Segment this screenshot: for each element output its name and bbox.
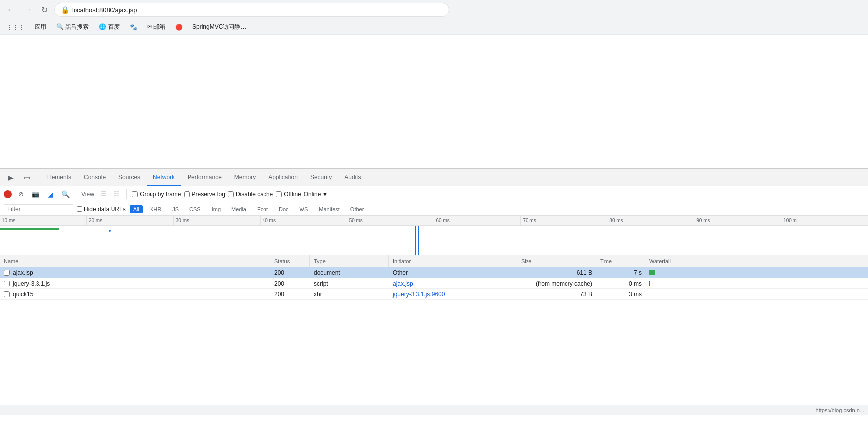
- tick-60ms: 60 ms: [434, 216, 521, 225]
- td-initiator-0: Other: [389, 267, 517, 278]
- online-select[interactable]: Online ▼: [304, 191, 328, 198]
- tick-40ms: 40 ms: [261, 216, 347, 225]
- waterfall-blue-1: [649, 281, 650, 286]
- tick-90ms: 90 ms: [694, 216, 781, 225]
- th-type[interactable]: Type: [310, 255, 389, 267]
- bookmark-yingyong[interactable]: 应用: [32, 22, 49, 32]
- td-size-1: (from memory cache): [517, 278, 596, 288]
- timeline-blue-dot: [109, 230, 111, 232]
- record-button[interactable]: [4, 190, 12, 198]
- offline-input[interactable]: [276, 191, 282, 197]
- tab-performance[interactable]: Performance: [182, 169, 227, 186]
- status-url: https://blog.csdn.n...: [816, 407, 864, 413]
- filter-type-js[interactable]: JS: [169, 205, 182, 213]
- reload-button[interactable]: ↻: [38, 3, 51, 17]
- view-grid-button[interactable]: ☷: [112, 189, 121, 199]
- timeline-vertical-red: [415, 226, 416, 255]
- filter-type-ws[interactable]: WS: [296, 205, 312, 213]
- td-initiator-1[interactable]: ajax.jsp: [389, 278, 517, 288]
- bookmark-springmvc[interactable]: SpringMVC访问静…: [189, 22, 249, 32]
- timeline-vertical-blue: [418, 226, 419, 255]
- table-row[interactable]: ajax.jsp 200 document Other 611 B 7 s: [0, 267, 868, 278]
- filter-type-other[interactable]: Other: [347, 205, 368, 213]
- preserve-log-checkbox[interactable]: Preserve log: [184, 191, 225, 198]
- td-type-0: document: [310, 267, 389, 278]
- td-type-1: script: [310, 278, 389, 288]
- tab-sources[interactable]: Sources: [113, 169, 146, 186]
- bookmark-label: 🌐 百度: [99, 23, 119, 31]
- waterfall-bar-0: [649, 267, 655, 278]
- apps-icon: ⋮⋮⋮: [7, 24, 25, 31]
- preserve-log-input[interactable]: [184, 191, 190, 197]
- td-status-1: 200: [270, 278, 310, 288]
- camera-button[interactable]: 📷: [30, 188, 41, 200]
- th-initiator[interactable]: Initiator: [389, 255, 517, 267]
- tab-security[interactable]: Security: [304, 169, 338, 186]
- td-initiator-2[interactable]: jquery-3.3.1.js:9600: [389, 289, 517, 299]
- page-content: [0, 35, 868, 168]
- filter-type-manifest[interactable]: Manifest: [315, 205, 343, 213]
- th-time[interactable]: Time: [596, 255, 645, 267]
- filter-type-media[interactable]: Media: [228, 205, 250, 213]
- table-row[interactable]: jquery-3.3.1.js 200 script ajax.jsp (fro…: [0, 278, 868, 289]
- row-checkbox-1[interactable]: [4, 281, 10, 286]
- filter-button[interactable]: ◢: [44, 188, 56, 200]
- table-row[interactable]: quick15 200 xhr jquery-3.3.1.js:9600 73 …: [0, 289, 868, 300]
- toolbar-separator-1: [76, 189, 76, 199]
- device-toolbar-button[interactable]: ▭: [20, 171, 34, 184]
- filter-type-all[interactable]: All: [130, 205, 143, 213]
- bookmark-label: 🔴: [175, 24, 183, 31]
- tab-network[interactable]: Network: [147, 169, 181, 186]
- forward-button[interactable]: →: [21, 3, 35, 17]
- tab-console[interactable]: Console: [78, 169, 112, 186]
- bookmark-baidu[interactable]: 🌐 百度: [96, 22, 122, 32]
- filter-type-doc[interactable]: Doc: [275, 205, 292, 213]
- back-button[interactable]: ←: [4, 3, 18, 17]
- td-name-2: quick15: [0, 289, 270, 299]
- hide-data-urls-checkbox[interactable]: Hide data URLs: [77, 206, 126, 213]
- bookmark-heimasousuo[interactable]: 🔍 黑马搜索: [53, 22, 92, 32]
- group-by-frame-input[interactable]: [132, 191, 138, 197]
- disable-cache-checkbox[interactable]: Disable cache: [228, 191, 273, 198]
- tab-elements[interactable]: Elements: [40, 169, 77, 186]
- chevron-down-icon: ▼: [322, 191, 328, 198]
- group-by-frame-checkbox[interactable]: Group by frame: [132, 191, 181, 198]
- bookmark-email[interactable]: ✉ 邮箱: [144, 22, 168, 32]
- filter-type-img[interactable]: Img: [208, 205, 224, 213]
- bookmark-paw[interactable]: 🐾: [127, 23, 140, 32]
- filter-input[interactable]: [4, 204, 73, 214]
- td-size-0: 611 B: [517, 267, 596, 278]
- tab-application[interactable]: Application: [263, 169, 303, 186]
- filter-type-css[interactable]: CSS: [186, 205, 204, 213]
- clear-button[interactable]: ⊘: [15, 188, 27, 200]
- view-list-button[interactable]: ☰: [99, 189, 109, 199]
- row-checkbox-2[interactable]: [4, 291, 10, 297]
- tab-audits[interactable]: Audits: [339, 169, 367, 186]
- filter-type-font[interactable]: Font: [254, 205, 271, 213]
- offline-checkbox[interactable]: Offline: [276, 191, 301, 198]
- tick-70ms: 70 ms: [521, 216, 607, 225]
- search-button[interactable]: 🔍: [59, 188, 71, 200]
- td-status-2: 200: [270, 289, 310, 299]
- tab-memory[interactable]: Memory: [228, 169, 262, 186]
- th-name[interactable]: Name: [0, 255, 270, 267]
- filter-type-xhr[interactable]: XHR: [147, 205, 165, 213]
- bookmark-red[interactable]: 🔴: [172, 23, 186, 32]
- waterfall-bar-1: [649, 278, 650, 288]
- bookmark-apps[interactable]: ⋮⋮⋮: [4, 23, 28, 32]
- disable-cache-input[interactable]: [228, 191, 234, 197]
- browser-chrome: ← → ↻ 🔒 localhost:8080/ajax.jsp ⋮⋮⋮ 应用 🔍…: [0, 0, 868, 35]
- url-text: localhost:8080/ajax.jsp: [72, 6, 137, 14]
- th-size[interactable]: Size: [517, 255, 596, 267]
- th-waterfall[interactable]: Waterfall: [645, 255, 724, 267]
- row-checkbox-0[interactable]: [4, 270, 10, 276]
- th-status[interactable]: Status: [270, 255, 310, 267]
- devtools-panel: ▶ ▭ Elements Console Sources Network Per…: [0, 168, 868, 405]
- status-bar: https://blog.csdn.n...: [0, 405, 868, 415]
- td-size-2: 73 B: [517, 289, 596, 299]
- bookmark-label: 🔍 黑马搜索: [56, 23, 89, 31]
- hide-data-urls-input[interactable]: [77, 206, 82, 212]
- inspect-element-button[interactable]: ▶: [4, 171, 18, 184]
- address-bar[interactable]: 🔒 localhost:8080/ajax.jsp: [54, 3, 449, 17]
- tick-10ms: 10 ms: [0, 216, 87, 225]
